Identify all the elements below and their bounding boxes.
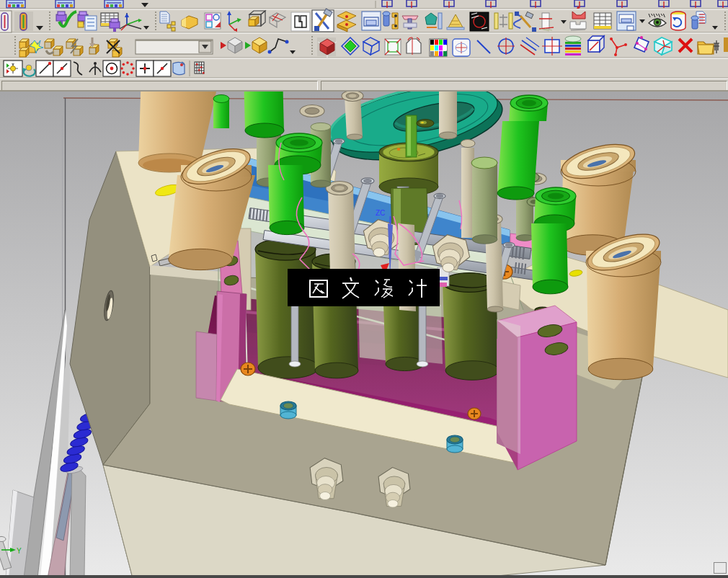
svg-text:Y: Y: [17, 547, 22, 555]
svg-text:ZC: ZC: [376, 209, 385, 217]
